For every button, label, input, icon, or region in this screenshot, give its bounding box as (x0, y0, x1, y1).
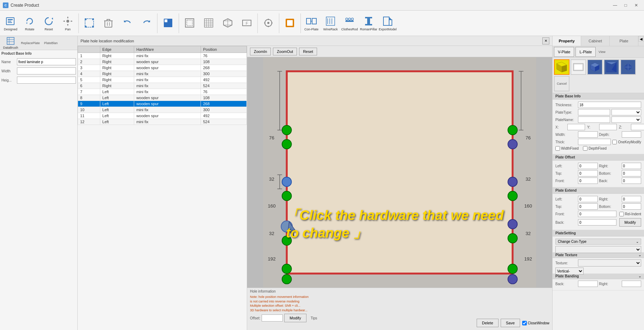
height-input[interactable] (17, 77, 76, 84)
save-btn[interactable]: Save (501, 319, 520, 327)
depth-input[interactable] (622, 131, 642, 138)
width-prop-input[interactable] (578, 131, 598, 138)
plate-texture-header[interactable]: Plate Texture ⌄ (553, 252, 644, 258)
table-row[interactable]: 7 Left mini fix 76 (78, 89, 247, 95)
width-input[interactable] (17, 67, 76, 74)
banding-right-input[interactable] (622, 281, 642, 287)
close-button[interactable]: ✕ (631, 2, 641, 9)
offset-right-input[interactable] (622, 163, 642, 169)
offset-top-input[interactable] (578, 170, 598, 176)
plate-offset-header[interactable]: Plate Offset (553, 154, 644, 161)
toolbar-export[interactable]: ExportModel (378, 12, 397, 35)
databush-btn[interactable]: DataBrush (3, 37, 18, 49)
maximize-button[interactable]: □ (621, 2, 631, 9)
table-row[interactable]: 2 Right wooden spur 108 (78, 59, 247, 65)
plate-base-info-header[interactable]: Plate Base Info (553, 93, 644, 100)
banding-back-input[interactable] (578, 281, 598, 287)
platename-select[interactable] (612, 116, 642, 123)
toolbar-designed[interactable]: Designed (1, 12, 20, 35)
minimize-button[interactable]: — (610, 2, 620, 9)
toolbar-hatch[interactable] (199, 12, 218, 35)
toolbar-highlight[interactable] (281, 12, 299, 35)
toolbar-redo[interactable] (137, 12, 156, 35)
toolbar-3d[interactable] (219, 12, 237, 35)
toolbar-roman[interactable]: RomanPillar (359, 12, 378, 35)
table-row[interactable]: 6 Right mini fix 524 (78, 83, 247, 89)
toolbar-wine[interactable]: WineRack (321, 12, 340, 35)
toolbar-clothes[interactable]: ClothesRod (340, 12, 359, 35)
toolbar-reset[interactable]: Reset (40, 12, 58, 35)
offset-left-input[interactable] (578, 163, 598, 169)
texture-select[interactable] (578, 259, 641, 266)
table-row[interactable]: 1 Right mini fix 76 (78, 53, 247, 59)
dialog-close-button[interactable]: ✕ (542, 37, 549, 44)
zoom-out-button[interactable]: ZoomOut (273, 48, 297, 55)
plate-extend-header[interactable]: Plate Extend (553, 187, 644, 194)
depth-fixed-checkbox[interactable] (583, 146, 588, 151)
extend-top-input[interactable] (578, 203, 598, 210)
extend-front-input[interactable] (578, 211, 616, 217)
one-key-modify-checkbox[interactable] (612, 140, 617, 144)
platetype-input[interactable] (578, 109, 610, 115)
table-row[interactable]: 9 Left wooden spur 268 (78, 101, 247, 107)
vertical-select[interactable]: Vertical- (555, 268, 584, 275)
thick-input[interactable] (578, 139, 611, 145)
replaceplate-btn[interactable]: ReplacePlate (20, 37, 40, 49)
tab-cabinet[interactable]: Cabinet (581, 36, 610, 46)
platename-input[interactable] (578, 116, 610, 123)
table-row[interactable]: 11 Left wooden spur 492 (78, 113, 247, 119)
y-input[interactable] (599, 124, 617, 130)
zoom-in-button[interactable]: ZoomIn (250, 48, 271, 55)
cancel-thumb[interactable]: Cancel (554, 76, 570, 91)
rel-indent-checkbox[interactable] (619, 212, 624, 216)
toolbar-connect[interactable]: Con-Plate (302, 12, 321, 35)
plate-thumb-5[interactable] (620, 59, 636, 75)
plate-thumb-1[interactable] (554, 59, 570, 75)
x-input[interactable] (567, 124, 585, 130)
toolbar-rotate[interactable]: Rotate (20, 12, 39, 35)
platetype-select[interactable] (612, 109, 642, 115)
name-input[interactable] (17, 58, 76, 65)
change-con-type-btn[interactable]: Change Con-Type ⌄ (555, 239, 641, 245)
plate-banding-header[interactable]: Plate Banding ⌄ (553, 274, 644, 279)
plate-setting-header[interactable]: PlateSetting (553, 230, 644, 236)
plate-thumb-2[interactable] (571, 59, 586, 75)
width-fixed-checkbox[interactable] (555, 146, 560, 151)
extend-bottom-input[interactable] (622, 203, 642, 210)
plateblan-btn[interactable]: PlateBlan (42, 37, 59, 49)
extend-back-input[interactable] (578, 219, 616, 226)
z-input[interactable] (631, 124, 644, 130)
table-row[interactable]: 3 Right wooden spur 268 (78, 65, 247, 71)
offset-bottom-input[interactable] (622, 170, 642, 176)
delete-btn[interactable]: Delete (477, 319, 499, 327)
offset-front-input[interactable] (578, 178, 598, 184)
table-row[interactable]: 12 Left mini fix 524 (78, 119, 247, 125)
extend-modify-btn[interactable]: Modify (619, 218, 641, 227)
reset-view-button[interactable]: Reset (299, 48, 317, 55)
toolbar-crop[interactable] (180, 12, 199, 35)
l-plate-btn[interactable]: L-Plate (576, 47, 596, 57)
toolbar-box[interactable] (159, 12, 177, 35)
collapse-arrow[interactable]: ◀ (638, 36, 644, 42)
con-type-select[interactable] (555, 246, 641, 253)
tab-property[interactable]: Property (553, 36, 581, 46)
modify-btn[interactable]: Modify (284, 314, 306, 322)
toolbar-front[interactable]: F (238, 12, 256, 35)
plate-thumb-4[interactable] (604, 59, 619, 75)
table-row[interactable]: 5 Right mini fix 492 (78, 77, 247, 83)
close-window-checkbox[interactable] (522, 321, 527, 325)
toolbar-undo[interactable] (118, 12, 137, 35)
tab-plate[interactable]: Plate (610, 36, 638, 46)
extend-left-input[interactable] (578, 196, 598, 202)
toolbar-select[interactable] (80, 12, 99, 35)
toolbar-snap[interactable] (259, 12, 278, 35)
offset-input[interactable] (262, 314, 283, 322)
table-row[interactable]: 8 Left wooden spur 108 (78, 95, 247, 101)
thickness-input[interactable] (578, 102, 641, 108)
table-row[interactable]: 4 Right mini fix 300 (78, 71, 247, 77)
toolbar-pan[interactable]: Pan (59, 12, 77, 35)
extend-right-input[interactable] (622, 196, 642, 202)
table-row[interactable]: 10 Left mini fix 300 (78, 107, 247, 113)
toolbar-delete[interactable] (99, 12, 118, 35)
plate-thumb-3[interactable] (587, 59, 603, 75)
